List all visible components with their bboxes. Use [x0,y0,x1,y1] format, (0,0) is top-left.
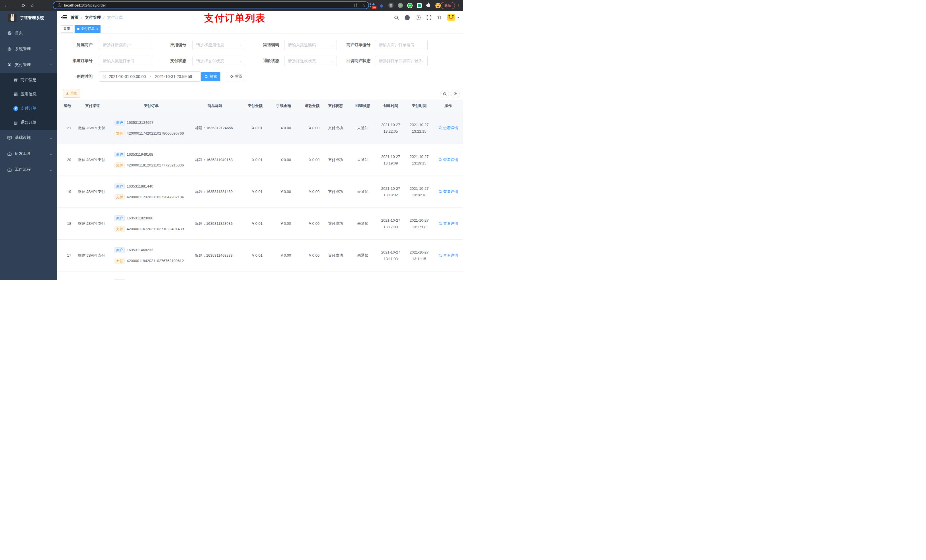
table-row[interactable]: 20 微信 JSAPI 支付 商户1635311949168 支付4200001… [57,144,463,176]
extension-yudao-icon[interactable]: y [407,3,413,8]
main-content: 首页 / 支付管理 / 支付订单 支付订单列表 ? TT ▾ 首页 支付订单 × [57,11,463,280]
pay-order-tag: 支付 [115,194,125,200]
browser-reload-button[interactable]: ⟳ [20,3,28,8]
merchant-order-no-input[interactable] [375,40,428,50]
help-icon[interactable]: ? [415,15,421,21]
sidebar-item-home[interactable]: 首页 [0,25,57,41]
create-time-range-picker[interactable]: 2021-10-01 00:00:00 - 2021-10-31 23:59:5… [99,71,201,82]
reset-button[interactable]: ⟳ 重置 [227,72,246,82]
view-detail-link[interactable]: 查看详情 [433,144,463,175]
table-header-row: 编号 支付渠道 支付订单 商品标题 支付金额 手续金额 退款金额 支付状态 回调… [57,100,463,112]
table-row[interactable]: 商户1635311351736 支付 [57,272,463,280]
export-button[interactable]: 导出 [63,89,80,98]
github-icon[interactable] [404,15,410,21]
table-row[interactable]: 17 微信 JSAPI 支付 商户1635311468233 支付4200001… [57,240,463,272]
close-icon[interactable]: × [96,27,98,31]
clock-icon [102,74,106,79]
breadcrumb-home[interactable]: 首页 [71,15,79,20]
browser-profile-avatar[interactable] [436,3,441,8]
fullscreen-icon[interactable] [426,15,432,21]
channel-code-select[interactable]: ⌄ [284,40,337,50]
merchant-select[interactable] [99,40,152,50]
pay-status-select[interactable]: ⌄ [192,56,245,66]
browser-update-button[interactable]: 更新 [440,2,455,9]
sidebar-item-infra[interactable]: 基础设施 ⌄ [0,130,57,146]
filter-label-merchant: 所属商户 [63,42,92,48]
extensions-puzzle-icon[interactable] [426,3,431,8]
table-row[interactable]: 18 微信 JSAPI 支付 商户1635311823086 支付4200001… [57,208,463,240]
chevron-down-icon: ⌄ [49,47,52,51]
search-icon[interactable] [393,15,399,21]
table-row[interactable]: 19 微信 JSAPI 支付 商户1635311881440 支付4200001… [57,176,463,208]
sidebar-item-refund-order[interactable]: 退款订单 [0,116,57,130]
pay-order-tag: 支付 [115,226,125,232]
browser-back-button[interactable]: ← [2,3,11,8]
filter-label-channel-order-no: 渠道订单号 [63,58,92,63]
pay-order-tag: 支付 [115,131,125,136]
user-avatar[interactable] [447,14,455,21]
font-size-icon[interactable]: TT [437,15,443,21]
extension-gem-icon[interactable]: ◆ [379,3,384,8]
filter-label-app: 应用编号 [152,42,186,48]
sidebar-item-system[interactable]: 系统管理 ⌄ [0,41,57,57]
notify-status-select[interactable]: ⌄ [375,56,428,66]
tab-pay-order[interactable]: 支付订单 × [75,25,100,33]
app-select[interactable]: ⌄ [192,40,245,50]
pay-order-icon: ¥ [13,106,18,111]
sidebar-item-dev-tools[interactable]: 研发工具 ⌄ [0,146,57,162]
refund-status-select[interactable]: ⌄ [284,56,337,66]
filter-label-merchant-order-no: 商户订单编号 [337,42,371,48]
table-search-toggle-button[interactable] [440,90,449,98]
app-title: 芋道管理系统 [20,15,44,21]
page-title-annotation: 支付订单列表 [188,12,282,25]
chevron-down-icon: ⌄ [49,152,52,156]
address-bar[interactable]: ⓘ localhost:1024/pay/order ☆ [53,2,369,9]
date-end: 2021-10-31 23:59:59 [155,74,192,79]
avatar-caret-icon[interactable]: ▾ [457,16,459,20]
filter-label-notify-status: 回调商户状态 [337,58,371,63]
filter-label-pay-status: 支付状态 [152,58,186,63]
table-row[interactable]: 21 微信 JSAPI 支付 商户1635312124657 支付4200001… [57,112,463,144]
browser-home-button[interactable]: ⌂ [28,3,36,8]
bookmark-star-icon[interactable]: ☆ [362,3,366,8]
tab-home[interactable]: 首页 [61,25,73,33]
sidebar-item-workflow[interactable]: 工作流程 ⌄ [0,162,57,178]
extension-command-icon[interactable]: ⌘ [388,3,393,8]
search-button[interactable]: 搜索 [201,72,220,82]
extension-chat-icon[interactable] [417,3,422,8]
channel-order-no-input[interactable] [99,56,152,66]
grid-icon [13,92,18,97]
extension-pin-icon[interactable]: 10 [369,3,375,8]
browser-toolbar: ← → ⟳ ⌂ ⓘ localhost:1024/pay/order ☆ 10 … [0,0,463,11]
breadcrumb-section[interactable]: 支付管理 [85,15,101,20]
pay-order-tag: 支付 [115,258,125,264]
browser-menu-icon[interactable]: ⋮ [457,3,461,8]
sidebar-collapse-icon[interactable] [61,15,67,20]
table-refresh-button[interactable]: ⟳ [451,90,460,98]
app-logo[interactable]: 芋道管理系统 [0,11,57,25]
view-detail-link[interactable]: 查看详情 [433,176,463,207]
merchant-order-tag: 商户 [115,247,125,253]
share-icon[interactable] [354,4,357,7]
chevron-down-icon: ⌄ [49,168,52,172]
view-detail-link[interactable]: 查看详情 [433,240,463,271]
sidebar-item-payment[interactable]: ¥ 支付管理 ⌃ [0,57,57,73]
sidebar-item-merchant-info[interactable]: 商户信息 [0,73,57,87]
active-dot-icon [77,28,79,30]
store-icon [13,77,18,83]
merchant-order-tag: 商户 [115,152,125,157]
view-detail-link[interactable]: 查看详情 [433,112,463,144]
breadcrumb: 首页 / 支付管理 / 支付订单 [71,11,123,24]
site-info-icon[interactable]: ⓘ [58,3,62,8]
extension-record-icon[interactable] [398,3,403,8]
refresh-icon: ⟳ [230,74,234,79]
sidebar-item-app-info[interactable]: 应用信息 [0,87,57,101]
sidebar-item-pay-order[interactable]: ¥ 支付订单 [0,101,57,116]
tags-view-bar: 首页 支付订单 × [57,24,463,34]
briefcase-icon [7,167,12,172]
browser-forward-button[interactable]: → [11,3,20,8]
view-detail-link[interactable] [433,272,463,280]
date-start: 2021-10-01 00:00:00 [109,74,146,79]
view-detail-link[interactable]: 查看详情 [433,208,463,239]
sidebar: 芋道管理系统 首页 系统管理 ⌄ ¥ 支付管理 ⌃ [0,11,57,280]
